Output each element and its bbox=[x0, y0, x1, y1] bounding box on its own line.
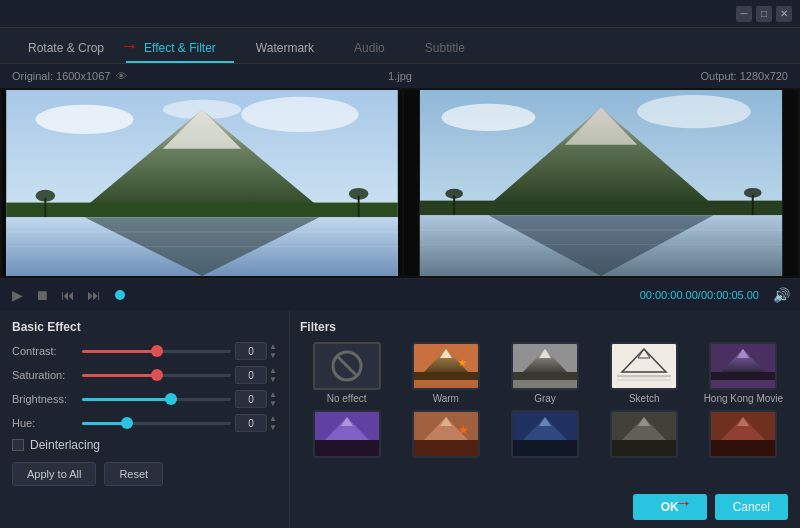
filter-thumb-sketch bbox=[610, 342, 678, 390]
svg-rect-54 bbox=[711, 372, 775, 380]
filter-thumb-hk-movie bbox=[709, 342, 777, 390]
filter-label-gray: Gray bbox=[534, 393, 556, 404]
brightness-slider[interactable] bbox=[82, 391, 231, 407]
current-time: 00:00:00.00 bbox=[640, 289, 698, 301]
cancel-button[interactable]: Cancel bbox=[715, 494, 788, 520]
hue-slider[interactable] bbox=[82, 415, 231, 431]
brightness-row: Brightness: 0 ▲ ▼ bbox=[12, 390, 277, 408]
contrast-row: Contrast: 0 ▲ ▼ bbox=[12, 342, 277, 360]
play-button[interactable]: ▶ bbox=[10, 287, 25, 303]
filter-label-warm: Warm bbox=[433, 393, 459, 404]
output-resolution: Output: 1280x720 bbox=[701, 70, 788, 82]
svg-rect-36 bbox=[414, 380, 478, 388]
minimize-button[interactable]: ─ bbox=[736, 6, 752, 22]
close-button[interactable]: ✕ bbox=[776, 6, 792, 22]
eye-icon[interactable]: 👁 bbox=[116, 70, 127, 82]
filter-7[interactable]: ★ bbox=[399, 410, 492, 461]
filter-thumb-10 bbox=[709, 410, 777, 458]
saturation-value: 0 bbox=[235, 366, 267, 384]
svg-point-8 bbox=[36, 190, 56, 202]
hue-label: Hue: bbox=[12, 417, 82, 429]
svg-text:★: ★ bbox=[458, 357, 467, 368]
svg-rect-41 bbox=[513, 372, 577, 380]
arrow-annotation-bottom: → bbox=[674, 493, 692, 514]
tab-effect-filter[interactable]: Effect & Filter bbox=[126, 35, 234, 63]
info-bar: Original: 1600x1067 👁 1.jpg Output: 1280… bbox=[0, 64, 800, 88]
filter-warm[interactable]: ★ Warm bbox=[399, 342, 492, 404]
apply-all-button[interactable]: Apply to All bbox=[12, 462, 96, 486]
contrast-value: 0 bbox=[235, 342, 267, 360]
stop-button[interactable]: ⏹ bbox=[33, 287, 51, 303]
svg-rect-63 bbox=[414, 440, 478, 456]
hue-row: Hue: 0 ▲ ▼ bbox=[12, 414, 277, 432]
original-resolution: Original: 1600x1067 bbox=[12, 70, 110, 82]
svg-rect-76 bbox=[711, 440, 775, 456]
svg-point-2 bbox=[241, 97, 358, 132]
reset-button[interactable]: Reset bbox=[104, 462, 163, 486]
svg-rect-43 bbox=[612, 344, 676, 388]
brightness-value: 0 bbox=[235, 390, 267, 408]
filter-hk-movie[interactable]: Hong Kong Movie bbox=[697, 342, 790, 404]
hue-arrows[interactable]: ▲ ▼ bbox=[269, 414, 277, 432]
saturation-row: Saturation: 0 ▲ ▼ bbox=[12, 366, 277, 384]
preview-output bbox=[404, 90, 798, 276]
contrast-arrows[interactable]: ▲ ▼ bbox=[269, 342, 277, 360]
saturation-slider[interactable] bbox=[82, 367, 231, 383]
deinterlacing-checkbox[interactable] bbox=[12, 439, 24, 451]
filters-grid: No effect bbox=[300, 342, 790, 461]
svg-rect-55 bbox=[711, 380, 775, 388]
filter-10[interactable] bbox=[697, 410, 790, 461]
filter-label-hk-movie: Hong Kong Movie bbox=[704, 393, 784, 404]
preview-area bbox=[0, 88, 800, 278]
svg-point-22 bbox=[445, 189, 463, 199]
filter-8[interactable] bbox=[498, 410, 591, 461]
filter-thumb-warm: ★ bbox=[412, 342, 480, 390]
volume-icon[interactable]: 🔊 bbox=[773, 287, 790, 303]
filter-thumb-7: ★ bbox=[412, 410, 480, 458]
filter-no-effect[interactable]: No effect bbox=[300, 342, 393, 404]
filter-label-sketch: Sketch bbox=[629, 393, 660, 404]
saturation-arrows[interactable]: ▲ ▼ bbox=[269, 366, 277, 384]
brightness-arrows[interactable]: ▲ ▼ bbox=[269, 390, 277, 408]
svg-point-24 bbox=[744, 188, 762, 198]
basic-effect-panel: Basic Effect Contrast: 0 ▲ ▼ Saturation: bbox=[0, 310, 290, 528]
transport-bar: ▶ ⏹ ⏮ ⏭ 00:00:00.00/00:00:05.00 🔊 bbox=[0, 278, 800, 310]
filter-6[interactable] bbox=[300, 410, 393, 461]
time-display: 00:00:00.00/00:00:05.00 bbox=[640, 289, 759, 301]
maximize-button[interactable]: □ bbox=[756, 6, 772, 22]
bottom-panel: Basic Effect Contrast: 0 ▲ ▼ Saturation: bbox=[0, 310, 800, 528]
tab-rotate-crop[interactable]: Rotate & Crop bbox=[10, 35, 122, 63]
next-frame-button[interactable]: ⏭ bbox=[85, 287, 103, 303]
filter-9[interactable] bbox=[598, 410, 691, 461]
filters-title: Filters bbox=[300, 320, 790, 334]
svg-point-17 bbox=[637, 95, 751, 128]
prev-frame-button[interactable]: ⏮ bbox=[59, 287, 77, 303]
svg-point-1 bbox=[36, 105, 134, 134]
svg-rect-59 bbox=[315, 440, 379, 456]
contrast-label: Contrast: bbox=[12, 345, 82, 357]
filter-thumb-9 bbox=[610, 410, 678, 458]
ok-button[interactable]: OK bbox=[633, 494, 707, 520]
basic-effect-title: Basic Effect bbox=[12, 320, 277, 334]
filter-sketch[interactable]: Sketch bbox=[598, 342, 691, 404]
filter-thumb-no-effect bbox=[313, 342, 381, 390]
svg-rect-6 bbox=[6, 203, 398, 218]
contrast-slider[interactable] bbox=[82, 343, 231, 359]
tab-watermark[interactable]: Watermark bbox=[238, 35, 332, 63]
filename-label: 1.jpg bbox=[388, 70, 412, 82]
svg-rect-20 bbox=[420, 201, 782, 216]
filter-gray[interactable]: Gray bbox=[498, 342, 591, 404]
filter-thumb-gray bbox=[511, 342, 579, 390]
brightness-label: Brightness: bbox=[12, 393, 82, 405]
title-bar: ─ □ ✕ bbox=[0, 0, 800, 28]
svg-rect-72 bbox=[612, 440, 676, 456]
tab-subtitle[interactable]: Subtitle bbox=[407, 35, 483, 63]
tab-audio[interactable]: Audio bbox=[336, 35, 403, 63]
total-time: 00:00:05.00 bbox=[701, 289, 759, 301]
filter-label-no-effect: No effect bbox=[327, 393, 367, 404]
progress-indicator[interactable] bbox=[115, 290, 125, 300]
hue-value: 0 bbox=[235, 414, 267, 432]
deinterlacing-label: Deinterlacing bbox=[30, 438, 100, 452]
saturation-label: Saturation: bbox=[12, 369, 82, 381]
effect-buttons: Apply to All Reset bbox=[12, 462, 277, 486]
